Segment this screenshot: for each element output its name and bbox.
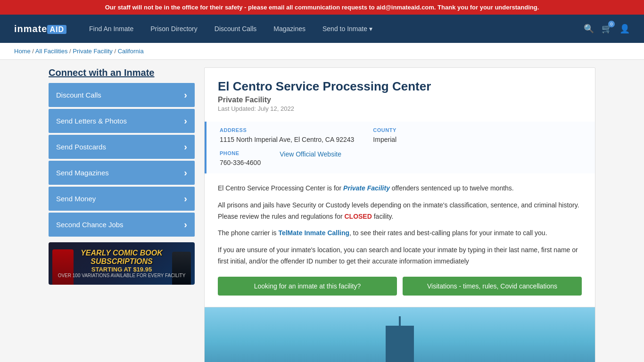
phone-block: PHONE 760-336-4600 [220,150,261,168]
nav-find-inmate[interactable]: Find An Inmate [81,15,142,43]
descriptions: El Centro Service Processing Center is f… [218,183,582,267]
looking-for-inmate-button[interactable]: Looking for an inmate at this facility? [218,277,397,296]
ad-content: YEARLY COMIC BOOK SUBSCRIPTIONS STARTING… [58,249,186,278]
info-section: ADDRESS 1115 North Imperial Ave, El Cent… [205,122,595,173]
ad-note: OVER 100 VARIATIONS AVAILABLE FOR EVERY … [58,273,186,278]
county-value: Imperial [373,135,396,145]
alert-bar: Our staff will not be in the office for … [0,0,644,15]
county-label: COUNTY [373,127,396,133]
ad-subtitle-main: SUBSCRIPTIONS [58,257,186,266]
info-grid-2: PHONE 760-336-4600 View Official Website [220,150,582,168]
user-icon[interactable]: 👤 [619,24,630,34]
address-block: ADDRESS 1115 North Imperial Ave, El Cent… [220,127,354,145]
main-content: El Centro Service Processing Center Priv… [204,67,595,362]
last-updated: Last Updated: July 12, 2022 [218,105,582,112]
header: inmateAID Find An Inmate Prison Director… [0,15,644,43]
nav-icons: 🔍 🛒 0 👤 [584,24,630,34]
description-4: If you are unsure of your inmate's locat… [218,245,582,267]
alert-text: Our staff will not be in the office for … [105,4,539,11]
send-letters-button[interactable]: Send Letters & Photos › [49,109,195,133]
info-grid: ADDRESS 1115 North Imperial Ave, El Cent… [220,127,582,145]
description-3: The phone carrier is TelMate Inmate Call… [218,228,582,239]
telmate-link[interactable]: TelMate Inmate Calling [278,229,349,237]
building-silhouette [386,326,414,362]
phone-value: 760-336-4600 [220,158,261,168]
content-inner: El Centro Service Processing Center Priv… [205,68,595,307]
official-website-link[interactable]: View Official Website [280,150,341,158]
phone-label: PHONE [220,150,261,156]
facility-image [205,307,595,362]
discount-calls-button[interactable]: Discount Calls › [49,83,195,107]
address-value: 1115 North Imperial Ave, El Centro, CA 9… [220,135,354,145]
nav-discount-calls[interactable]: Discount Calls [206,15,265,43]
closed-text: CLOSED [344,213,372,220]
send-money-label: Send Money [56,195,96,203]
breadcrumb: Home / All Facilities / Private Facility… [0,43,644,60]
main-nav: Find An Inmate Prison Directory Discount… [81,15,584,43]
nav-magazines[interactable]: Magazines [265,15,314,43]
send-postcards-button[interactable]: Send Postcards › [49,135,195,159]
sidebar: Connect with an Inmate Discount Calls › … [49,67,195,362]
address-label: ADDRESS [220,127,354,133]
cart-badge: 0 [608,21,615,27]
second-chance-jobs-button[interactable]: Second Chance Jobs › [49,213,195,237]
discount-calls-arrow: › [184,90,187,100]
description-2: All prisons and jails have Security or C… [218,200,582,222]
nav-prison-directory[interactable]: Prison Directory [142,15,206,43]
send-money-button[interactable]: Send Money › [49,187,195,211]
send-magazines-arrow: › [184,167,187,178]
ad-price: STARTING AT $19.95 [58,266,186,273]
send-postcards-arrow: › [184,141,187,152]
logo-text: inmateAID [14,24,66,34]
description-1: El Centro Service Processing Center is f… [218,183,582,194]
second-chance-jobs-arrow: › [184,219,187,230]
send-magazines-button[interactable]: Send Magazines › [49,161,195,185]
second-chance-jobs-label: Second Chance Jobs [56,221,124,229]
logo[interactable]: inmateAID [14,24,66,34]
ad-title: YEARLY COMIC BOOK [58,249,186,257]
breadcrumb-home[interactable]: Home [14,48,31,55]
send-magazines-label: Send Magazines [56,169,109,177]
send-postcards-label: Send Postcards [56,143,106,151]
facility-type: Private Facility [218,96,582,104]
action-buttons: Looking for an inmate at this facility? … [218,277,582,296]
send-money-arrow: › [184,193,187,204]
website-block: View Official Website [280,150,341,168]
main-container: Connect with an Inmate Discount Calls › … [39,60,605,362]
sidebar-ad[interactable]: YEARLY COMIC BOOK SUBSCRIPTIONS STARTING… [49,242,195,285]
private-facility-link[interactable]: Private Facility [343,184,390,192]
discount-calls-label: Discount Calls [56,91,101,99]
search-icon[interactable]: 🔍 [584,24,594,34]
visitations-button[interactable]: Visitations - times, rules, Covid cancel… [403,277,582,296]
send-letters-arrow: › [184,115,187,126]
cart-icon[interactable]: 🛒 0 [602,24,612,34]
send-letters-label: Send Letters & Photos [56,117,127,125]
facility-name: El Centro Service Processing Center [218,79,582,94]
nav-send-to-inmate[interactable]: Send to Inmate ▾ [314,15,381,43]
county-block: COUNTY Imperial [373,127,396,145]
breadcrumb-all-facilities[interactable]: All Facilities [35,48,68,55]
breadcrumb-california[interactable]: California [118,48,144,55]
connect-title: Connect with an Inmate [49,67,195,78]
breadcrumb-private-facility[interactable]: Private Facility [73,48,113,55]
